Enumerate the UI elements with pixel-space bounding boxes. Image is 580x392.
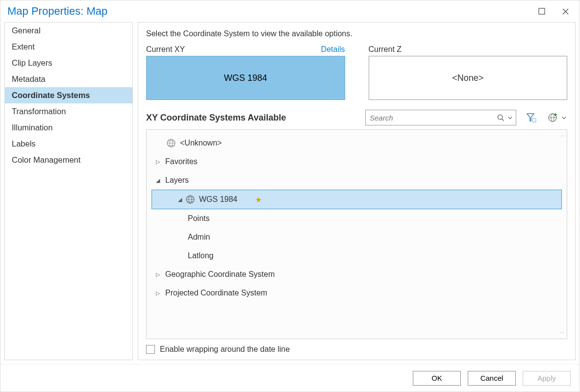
tree-item-points[interactable]: Points — [147, 209, 567, 228]
cancel-button[interactable]: Cancel — [468, 371, 516, 386]
sidebar-item-color-management[interactable]: Color Management — [5, 152, 132, 168]
coordinate-systems-tree[interactable]: ︿ <Unknown> ▷ Favorites ◢ Layers ◢ — [146, 129, 567, 339]
add-cs-dropdown-icon[interactable] — [560, 111, 567, 124]
search-box[interactable] — [365, 110, 516, 125]
favorite-star-icon[interactable]: ★ — [255, 195, 262, 204]
svg-marker-5 — [527, 114, 534, 121]
sidebar-item-transformation[interactable]: Transformation — [5, 103, 132, 120]
collapse-icon[interactable]: ◢ — [153, 177, 162, 184]
tree-label: Geographic Coordinate System — [165, 270, 275, 279]
sidebar-item-labels[interactable]: Labels — [5, 136, 132, 152]
dialog-footer: OK Cancel Apply — [0, 364, 580, 392]
intro-text: Select the Coordinate System to view the… — [146, 29, 567, 38]
current-xy-box[interactable]: WGS 1984 — [146, 56, 345, 100]
tree-label: Layers — [165, 176, 189, 185]
tree-label: Admin — [188, 233, 210, 242]
sidebar-item-general[interactable]: General — [5, 23, 132, 39]
tree-item-gcs[interactable]: ▷ Geographic Coordinate System — [147, 265, 567, 284]
window-controls — [537, 7, 576, 16]
ok-button[interactable]: OK — [413, 371, 461, 386]
svg-line-4 — [502, 119, 504, 121]
category-sidebar: General Extent Clip Layers Metadata Coor… — [4, 22, 133, 360]
dateline-label: Enable wrapping around the date line — [160, 345, 290, 354]
scroll-up-icon[interactable]: ︿ — [560, 132, 565, 139]
current-xy-block: Current XY Details WGS 1984 — [146, 45, 345, 100]
sidebar-item-coordinate-systems[interactable]: Coordinate Systems — [5, 87, 132, 103]
details-link[interactable]: Details — [321, 45, 345, 54]
sidebar-item-extent[interactable]: Extent — [5, 39, 132, 55]
current-xy-value: WGS 1984 — [224, 73, 267, 83]
expand-icon[interactable]: ▷ — [153, 290, 162, 296]
current-z-value: <None> — [452, 73, 483, 83]
current-z-block: Current Z <None> — [369, 45, 568, 100]
tree-label: Latlong — [188, 251, 214, 260]
search-dropdown-icon[interactable] — [507, 115, 513, 121]
content-panel: Select the Coordinate System to view the… — [138, 22, 576, 360]
titlebar: Map Properties: Map — [0, 0, 580, 22]
tree-item-layers[interactable]: ◢ Layers — [147, 171, 567, 190]
tree-item-pcs[interactable]: ▷ Projected Coordinate System — [147, 284, 567, 302]
svg-point-3 — [498, 115, 502, 119]
add-coordinate-system-button[interactable] — [547, 111, 559, 124]
sidebar-item-metadata[interactable]: Metadata — [5, 71, 132, 87]
expand-icon[interactable]: ▷ — [153, 159, 162, 165]
search-icon[interactable] — [497, 114, 504, 122]
tree-item-admin[interactable]: Admin — [147, 228, 567, 246]
available-title: XY Coordinate Systems Available — [146, 113, 286, 123]
current-z-label: Current Z — [369, 45, 402, 54]
tree-item-favorites[interactable]: ▷ Favorites — [147, 152, 567, 171]
svg-rect-0 — [539, 8, 545, 14]
current-z-box[interactable]: <None> — [369, 56, 568, 100]
search-input[interactable] — [366, 112, 497, 124]
dateline-checkbox[interactable] — [146, 345, 155, 354]
tree-label: WGS 1984 — [199, 195, 237, 204]
maximize-button[interactable] — [537, 7, 546, 16]
globe-icon — [184, 195, 196, 204]
tree-item-wgs1984[interactable]: ◢ WGS 1984 ★ — [151, 190, 562, 209]
tree-label: Points — [188, 214, 209, 223]
expand-icon[interactable]: ▷ — [153, 271, 162, 278]
globe-icon — [165, 138, 177, 148]
available-toolbar: XY Coordinate Systems Available — [146, 110, 567, 125]
apply-button: Apply — [523, 371, 571, 386]
tree-label: <Unknown> — [180, 139, 222, 147]
tree-label: Projected Coordinate System — [165, 289, 267, 297]
svg-rect-6 — [532, 119, 536, 122]
spatial-filter-button[interactable] — [525, 111, 538, 124]
collapse-icon[interactable]: ◢ — [176, 196, 184, 203]
tree-item-unknown[interactable]: <Unknown> — [147, 134, 567, 152]
sidebar-item-clip-layers[interactable]: Clip Layers — [5, 55, 132, 71]
map-properties-dialog: Map Properties: Map General Extent Clip … — [0, 0, 580, 392]
current-xy-label: Current XY — [146, 45, 185, 54]
sidebar-item-illumination[interactable]: Illumination — [5, 120, 132, 136]
tree-label: Favorites — [165, 157, 198, 166]
dateline-row: Enable wrapping around the date line — [146, 339, 567, 354]
current-cs-row: Current XY Details WGS 1984 Current Z <N… — [146, 45, 567, 100]
dialog-title: Map Properties: Map — [7, 5, 107, 18]
close-button[interactable] — [561, 7, 570, 16]
scroll-down-icon[interactable]: ﹀ — [560, 330, 565, 337]
tree-item-latlong[interactable]: Latlong — [147, 246, 567, 265]
